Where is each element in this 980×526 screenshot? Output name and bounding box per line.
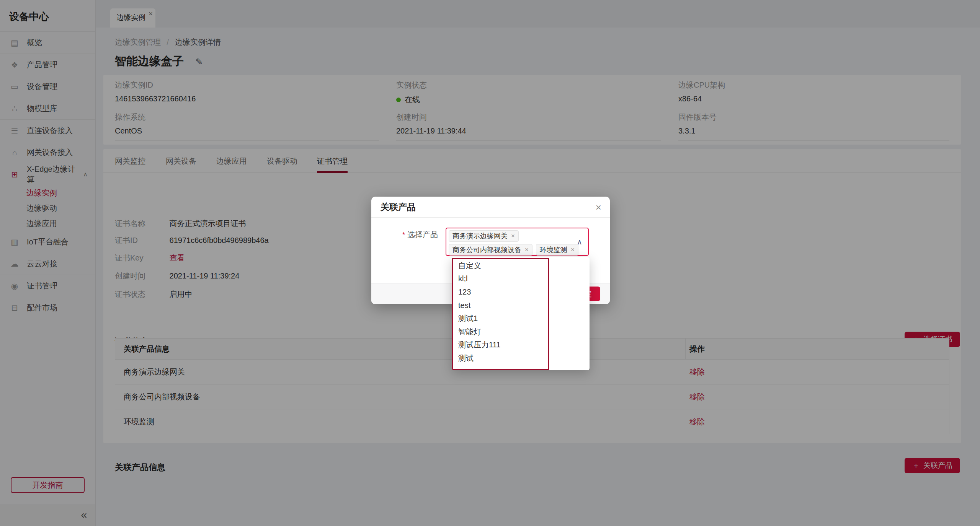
chevron-up-icon[interactable]: ∧ <box>577 238 582 246</box>
dropdown-option[interactable]: 测试 <box>453 352 548 365</box>
modal-header: 关联产品 × <box>371 197 610 218</box>
selected-tag: 商务公司内部视频设备 × <box>449 244 532 256</box>
dropdown-option[interactable]: 123 <box>453 285 548 299</box>
remove-tag-icon[interactable]: × <box>525 246 529 254</box>
dropdown-option[interactable]: 测试压力111 <box>453 339 548 352</box>
product-multiselect[interactable]: 商务演示边缘网关 × 商务公司内部视频设备 × 环境监测 × ∧ <box>446 228 589 256</box>
remove-tag-icon[interactable]: × <box>571 246 575 254</box>
dropdown-option[interactable]: 1 <box>453 365 548 370</box>
remove-tag-icon[interactable]: × <box>511 232 515 240</box>
dropdown-option[interactable]: test <box>453 299 548 312</box>
product-dropdown: 自定义 kl;l 123 test 测试1 智能灯 测试压力111 测试 1 <box>452 257 590 370</box>
tag-label: 商务公司内部视频设备 <box>452 245 521 254</box>
dropdown-option[interactable]: kl;l <box>453 272 548 286</box>
dropdown-option[interactable]: 自定义 <box>453 259 548 272</box>
app-root: 设备中心 ▤ 概览 ❖ 产品管理 ▭ 设备管理 ∴ 物模型库 ☰ 直连设备接入 … <box>0 0 980 526</box>
dropdown-option[interactable]: 智能灯 <box>453 325 548 339</box>
product-option-list: 自定义 kl;l 123 test 测试1 智能灯 测试压力111 测试 1 <box>452 258 549 370</box>
associate-product-modal: 关联产品 × *选择产品 商务演示边缘网关 × 商务公司内部视频设备 × 环境监… <box>371 197 610 304</box>
modal-title: 关联产品 <box>381 201 416 213</box>
selected-tag: 商务演示边缘网关 × <box>449 230 519 242</box>
modal-close-icon[interactable]: × <box>596 202 601 213</box>
select-product-label: *选择产品 <box>371 230 438 240</box>
required-asterisk: * <box>402 231 405 239</box>
tag-label: 环境监测 <box>540 245 567 254</box>
selected-tag: 环境监测 × <box>536 244 578 256</box>
dropdown-option[interactable]: 测试1 <box>453 312 548 325</box>
tag-label: 商务演示边缘网关 <box>452 231 508 241</box>
